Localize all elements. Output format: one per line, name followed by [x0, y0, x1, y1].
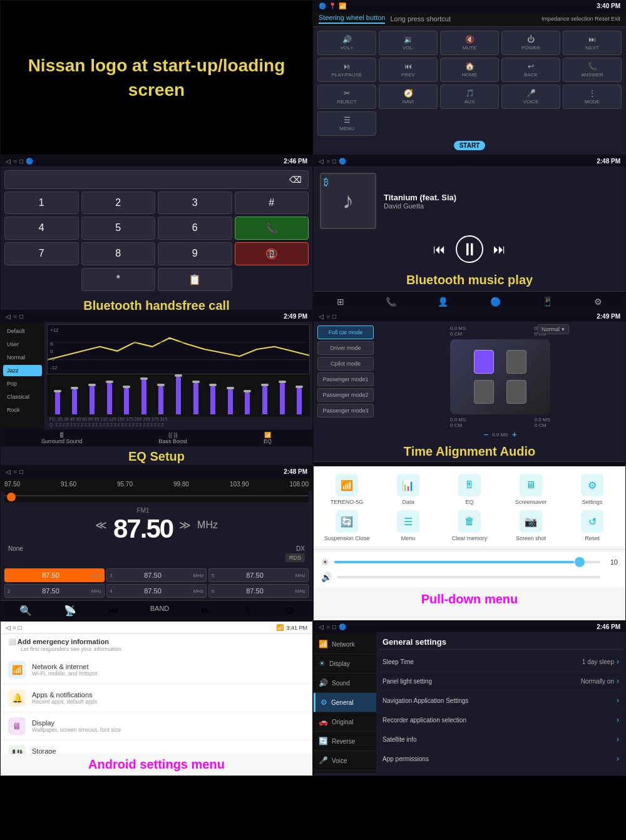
radio-search-icon[interactable]: 🔍 [19, 605, 32, 617]
radio-antenna-icon[interactable]: 📡 [64, 605, 76, 617]
sidebar-reverse[interactable]: 🔄 Reverse [314, 732, 376, 751]
tab-long-press[interactable]: Long press shortcut [390, 15, 451, 23]
volume-track[interactable] [337, 576, 600, 578]
eq-bar-20[interactable] [49, 392, 66, 414]
reject-btn[interactable]: ✂REJECT [317, 85, 376, 109]
gen-recorder[interactable]: Recorder application selection › [379, 710, 623, 730]
gen-nav-app[interactable]: Navigation Application Settings › [379, 691, 623, 710]
eq-bar-175[interactable] [222, 389, 239, 414]
settings-display[interactable]: 🖥 Display Wallpaper, screen timeout, fon… [1, 712, 312, 740]
prev-btn[interactable]: ⏮PREV [379, 58, 438, 82]
gen-satellite[interactable]: Satellite info › [379, 730, 623, 749]
dial-1[interactable]: 1 [4, 192, 79, 214]
preset-default[interactable]: Default [3, 325, 42, 337]
ta-plus-btn[interactable]: + [512, 429, 517, 439]
dial-call[interactable]: 📞 [235, 217, 309, 240]
eq-bar-60[interactable] [118, 388, 135, 414]
mode-btn[interactable]: ⋮MODE [563, 85, 622, 109]
pd-wifi-item[interactable]: 📶 TERENO-5G [319, 474, 375, 505]
dial-5[interactable]: 5 [81, 217, 156, 240]
eq-bar-30[interactable] [67, 389, 83, 414]
settings-storage[interactable]: 💾 Storage 34% used - 21.19 GB free [1, 740, 312, 754]
settings-network[interactable]: 📶 Network & internet Wi-Fi, mobile, and … [1, 656, 312, 684]
eq-bar-275[interactable] [274, 383, 290, 414]
radio-scan-fwd-btn[interactable]: ≫ [179, 518, 191, 532]
btmusic-nav-contacts[interactable]: 👤 [438, 297, 448, 307]
dial-2[interactable]: 2 [81, 192, 156, 214]
back-btn[interactable]: ↩BACK [501, 58, 560, 82]
preset-rock[interactable]: Rock [3, 404, 42, 416]
eq-bar-50[interactable] [101, 383, 118, 414]
navi-btn[interactable]: 🧭NAVI [379, 85, 438, 109]
dial-7[interactable]: 7 [4, 242, 79, 265]
backspace-icon[interactable]: ⌫ [289, 175, 302, 185]
eq-bar-150[interactable] [205, 386, 221, 414]
android-home-icon[interactable]: ○ [13, 624, 16, 631]
pd-suspension-item[interactable]: 🔄 Suspension Close [319, 510, 375, 541]
gen-app-permissions[interactable]: App permissions › [379, 749, 623, 769]
preset-6[interactable]: 6 87.50 MHz [208, 584, 309, 598]
btmusic-nav-bt[interactable]: 🔵 [490, 297, 501, 307]
play-pause-btn[interactable]: ⏯PLAY/PAUSE [317, 58, 376, 82]
mute-btn[interactable]: 🔇MUTE [440, 31, 499, 55]
vol-minus-btn[interactable]: 🔉VOL- [379, 31, 438, 55]
impedance-controls[interactable]: Impedance selection Reset Exit [541, 16, 620, 22]
btmusic-nav-phone[interactable]: 📞 [386, 297, 396, 307]
bass-boost-btn[interactable]: ((·)) Bass Boost [158, 432, 187, 444]
pd-data-item[interactable]: 📊 Data [380, 474, 436, 505]
eq-bar-235[interactable] [257, 386, 273, 414]
eq-bar-110[interactable] [170, 377, 187, 414]
eq-bar-80[interactable] [136, 380, 152, 414]
sidebar-original[interactable]: 🚗 Original [314, 712, 376, 732]
preset-4[interactable]: 4 87.50 MHz [106, 584, 207, 598]
eq-bar-40[interactable] [84, 386, 100, 414]
ta-fullcar-btn[interactable]: Full car mode [317, 325, 374, 339]
eq-bar-95[interactable] [153, 386, 170, 414]
btmusic-nav-media[interactable]: 📱 [542, 297, 553, 307]
eq-btn[interactable]: 📶 EQ [264, 432, 272, 444]
dial-3[interactable]: 3 [158, 192, 232, 214]
surround-sound-btn[interactable]: 🎛 Surround Sound [41, 432, 83, 444]
radio-eq-icon[interactable]: 🎚 [243, 605, 253, 617]
preset-pop[interactable]: Pop [3, 378, 42, 389]
pd-screen-item[interactable]: 🖥 Screensaver [503, 474, 559, 505]
pd-clear-item[interactable]: 🗑 Clear memory [441, 510, 498, 541]
pd-menu-item[interactable]: ☰ Menu [380, 510, 436, 541]
dial-hash[interactable]: # [235, 192, 309, 214]
preset-2[interactable]: 2 87.50 MHz [4, 584, 105, 598]
settings-apps[interactable]: 🔔 Apps & notifications Recent apps, defa… [1, 684, 312, 712]
radio-band-btn[interactable]: BAND [150, 605, 170, 617]
ta-minus-btn[interactable]: − [483, 429, 488, 439]
vol-plus-btn[interactable]: 🔊VOL+ [317, 31, 376, 55]
aux-btn[interactable]: 🎵AUX [440, 85, 499, 109]
preset-3[interactable]: 3 87.50 MHz [106, 568, 207, 582]
btmusic-nav-settings[interactable]: ⚙ [594, 297, 602, 307]
dial-star[interactable]: * [81, 268, 156, 291]
eq-bar-315[interactable] [291, 388, 307, 414]
pd-eq-item[interactable]: 🎚 EQ [441, 474, 498, 505]
android-back-icon[interactable]: ◁ [6, 624, 11, 631]
dial-6[interactable]: 6 [158, 217, 232, 240]
pd-shot-item[interactable]: 📷 Screen shot [503, 510, 559, 541]
brightness-track[interactable] [334, 561, 600, 563]
ta-passenger2-btn[interactable]: Passenger mode2 [317, 388, 374, 402]
preset-jazz[interactable]: Jazz [3, 365, 42, 376]
preset-1[interactable]: 1 87.50 MHz [4, 568, 105, 582]
sidebar-sound[interactable]: 🔊 Sound [314, 674, 376, 693]
menu-btn[interactable]: ☰MENU [317, 111, 376, 136]
music-next-btn[interactable]: ⏭ [493, 242, 506, 257]
dial-9[interactable]: 9 [158, 242, 232, 265]
sidebar-general[interactable]: ⚙ General [314, 693, 376, 712]
eq-bar-125[interactable] [188, 383, 204, 414]
gen-panel-light[interactable]: Panel light setting Normally on › [379, 672, 623, 691]
preset-user[interactable]: User [3, 339, 42, 350]
next-btn[interactable]: ⏭NEXT [563, 31, 622, 55]
ta-passenger1-btn[interactable]: Passenger mode1 [317, 372, 374, 386]
preset-normal[interactable]: Normal [3, 352, 42, 363]
ta-normal-dropdown[interactable]: Normal ▾ [537, 324, 569, 334]
btmusic-nav-apps[interactable]: ⊞ [337, 297, 344, 307]
preset-classical[interactable]: Classical [3, 391, 42, 402]
radio-prev-icon[interactable]: ⏮ [108, 605, 118, 617]
ta-copilot-btn[interactable]: Cpilot mode [317, 357, 374, 371]
dial-8[interactable]: 8 [81, 242, 156, 265]
